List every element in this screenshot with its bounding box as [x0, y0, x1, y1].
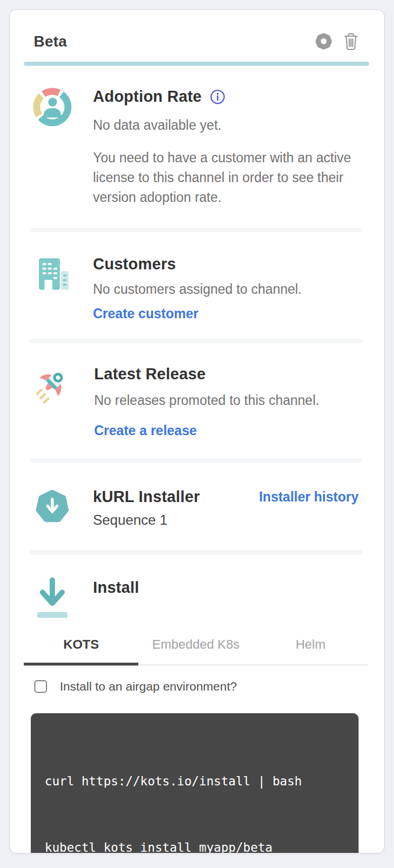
adoption-donut-user-icon [33, 88, 71, 126]
command-line-2: kubectl kots install myapp/beta [45, 837, 345, 853]
installer-history-link[interactable]: Installer history [259, 489, 359, 505]
kurl-sequence-label: Sequence 1 [93, 512, 359, 528]
card-header: Beta [10, 10, 384, 52]
adoption-rate-title: Adoption Rate [93, 88, 202, 106]
customers-empty-text: No customers assigned to channel. [93, 279, 359, 299]
heptagon-download-icon [34, 488, 71, 525]
channel-accent-rule [24, 62, 369, 66]
section-divider [30, 339, 363, 343]
channel-title: Beta [34, 33, 67, 51]
section-divider [30, 228, 363, 232]
tab-kots[interactable]: KOTS [24, 634, 138, 666]
download-arrow-icon [34, 577, 71, 618]
channel-card: Beta Adoption Rate [9, 9, 385, 853]
customers-section: Customers No customers assigned to chann… [10, 232, 384, 339]
tab-embedded-k8s[interactable]: Embedded K8s [138, 634, 253, 666]
latest-release-title: Latest Release [94, 365, 206, 383]
customers-title: Customers [93, 255, 176, 273]
kurl-installer-title: kURL Installer [93, 488, 200, 506]
airgap-checkbox[interactable] [34, 680, 47, 693]
install-section: Install [10, 554, 384, 618]
adoption-empty-text: No data available yet. [93, 115, 359, 135]
tab-helm[interactable]: Helm [253, 634, 368, 666]
adoption-description: You need to have a customer with an acti… [93, 148, 356, 207]
create-customer-link[interactable]: Create customer [93, 306, 199, 322]
trash-icon[interactable] [342, 31, 360, 51]
header-actions [313, 31, 360, 52]
adoption-rate-section: Adoption Rate No data available yet. You… [10, 66, 384, 228]
install-title: Install [93, 579, 139, 597]
gear-icon[interactable] [313, 31, 334, 52]
airgap-label: Install to an airgap environment? [60, 680, 237, 693]
latest-release-empty-text: No releases promoted to this channel. [94, 390, 359, 410]
command-line-1: curl https://kots.io/install | bash [45, 770, 345, 792]
section-divider [30, 458, 363, 463]
latest-release-section: Latest Release No releases promoted to t… [10, 343, 384, 458]
install-tabs: KOTS Embedded K8s Helm [24, 634, 368, 666]
info-icon[interactable] [210, 89, 225, 105]
kurl-installer-section: kURL Installer Installer history Sequenc… [10, 463, 384, 550]
create-release-link[interactable]: Create a release [94, 423, 196, 439]
rocket-icon [33, 365, 73, 405]
install-command-block[interactable]: curl https://kots.io/install | bash kube… [31, 713, 359, 853]
buildings-icon [34, 255, 71, 293]
section-divider [30, 550, 363, 554]
airgap-row: Install to an airgap environment? [34, 680, 359, 693]
